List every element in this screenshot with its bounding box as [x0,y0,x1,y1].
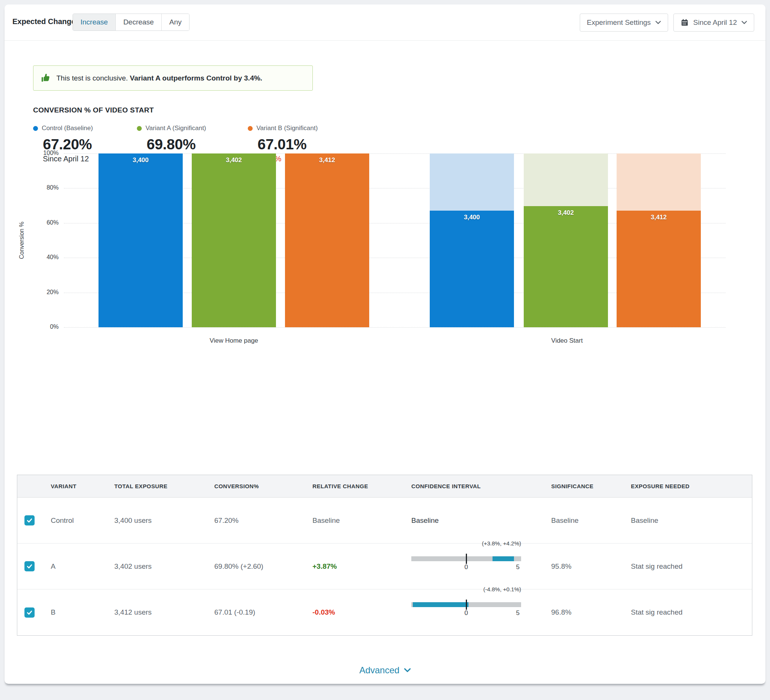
metric-title: CONVERSION % OF VIDEO START [33,106,154,114]
x-axis-label-view-home-page: View Home page [178,337,290,345]
experiment-settings-button[interactable]: Experiment Settings [580,13,668,32]
expected-change-toggle: Increase Decrease Any [73,13,189,31]
legend-label: Control (Baseline) [42,125,93,132]
chart-plot: 0%20%40%60%80%100%3,4003,4023,4123,4003,… [64,154,726,327]
y-axis-tick-label: 80% [36,184,59,191]
advanced-toggle[interactable]: Advanced [359,665,411,676]
confidence-interval-widget: (+3.8%, +4.2%) 0 5 [411,543,521,589]
banner-text: This test is conclusive. Variant A outpe… [57,74,262,83]
header-relative-change: RELATIVE CHANGE [312,483,411,489]
confidence-interval-cell: (+3.8%, +4.2%) 0 5 [411,543,551,589]
variant-a-row-checkbox[interactable] [24,561,35,571]
variant-b-row-checkbox[interactable] [24,608,35,617]
ci-max-label: 5 [514,609,521,617]
confidence-interval-value: Baseline [411,517,551,525]
conversion-value: 67.01 (-0.19) [214,608,312,616]
bar-variant-a[interactable]: 3,402 [524,206,608,327]
thumbs-up-icon [41,73,51,83]
bar-value-label: 3,412 [616,214,701,221]
chevron-down-icon [404,668,411,672]
y-axis-tick-label: 0% [36,324,59,330]
y-axis-tick-label: 20% [36,289,59,296]
ci-range-label: (+3.8%, +4.2%) [482,540,521,546]
variant-name: B [51,608,114,616]
table-row-variant-b: B 3,412 users 67.01 (-0.19) -0.03% (-4.8… [17,590,752,635]
segment-any[interactable]: Any [161,14,189,31]
ci-fill [413,602,468,607]
y-axis-tick-label: 100% [36,150,59,157]
conclusive-banner: This test is conclusive. Variant A outpe… [33,65,313,91]
header-confidence-interval: CONFIDENCE INTERVAL [411,483,551,489]
gridline [64,327,726,327]
variant-b-conversion-value: 67.01% [257,136,359,153]
bar-value-label: 3,400 [99,157,183,164]
experiment-settings-label: Experiment Settings [587,18,651,27]
exposure-needed-value: Stat sig reached [631,562,752,570]
bar-value-label: 3,412 [285,157,369,164]
date-range-button[interactable]: Since April 12 [673,13,754,32]
relative-change-value: Baseline [312,517,411,525]
significance-value: 96.8% [551,608,631,616]
header-variant: VARIANT [51,483,114,489]
table-row-variant-a: A 3,402 users 69.80% (+2.60) +3.87% (+3.… [17,543,752,590]
control-row-checkbox[interactable] [24,515,35,525]
expected-change-label: Expected Change [12,17,76,26]
topbar-actions: Experiment Settings Since April 12 [580,13,754,32]
header-significance: SIGNIFICANCE [551,483,631,489]
conversion-value: 69.80% (+2.60) [214,562,312,570]
results-table: VARIANT TOTAL EXPOSURE CONVERSION% RELAT… [17,475,752,636]
check-icon [26,609,33,616]
ci-zero-label: 0 [463,564,470,571]
calendar-icon [681,18,689,27]
segment-decrease[interactable]: Decrease [115,14,161,31]
total-exposure-value: 3,412 users [114,608,214,616]
chevron-down-icon [741,21,747,24]
control-dot-icon [33,126,38,131]
relative-change-value: +3.87% [312,562,411,570]
bar-variant-a[interactable]: 3,402 [192,154,276,327]
ci-range-label: (-4.8%, +0.1%) [484,586,521,592]
ci-fill [493,556,514,561]
bar-control[interactable]: 3,400 [430,211,514,327]
exposure-needed-value: Baseline [631,517,752,525]
check-icon [26,563,33,569]
ci-max-label: 5 [514,564,521,571]
header-exposure-needed: EXPOSURE NEEDED [631,483,752,489]
ci-zero-tick [466,600,467,610]
variant-a-conversion-value: 69.80% [147,136,248,153]
variant-b-dot-icon [248,126,253,131]
table-header-row: VARIANT TOTAL EXPOSURE CONVERSION% RELAT… [17,475,752,497]
ci-zero-tick [466,554,467,564]
y-axis-tick-label: 60% [36,219,59,226]
relative-change-value: -0.03% [312,608,411,616]
experiment-results-card: Expected Change Increase Decrease Any Ex… [5,5,765,684]
significance-value: 95.8% [551,562,631,570]
bar-control[interactable]: 3,400 [99,154,183,327]
bar-value-label: 3,400 [430,214,514,221]
variant-a-dot-icon [137,126,142,131]
legend-label: Variant A (Significant) [146,125,206,132]
y-axis-tick-label: 40% [36,254,59,261]
banner-text-bold: Variant A outperforms Control by 3.4%. [130,74,262,82]
check-icon [26,517,33,523]
header-total-exposure: TOTAL EXPOSURE [114,483,214,489]
date-range-label: Since April 12 [693,18,737,27]
confidence-interval-widget: (-4.8%, +0.1%) 0 5 [411,590,521,635]
chevron-down-icon [655,21,661,24]
banner-text-normal: This test is conclusive. [57,74,128,82]
x-axis-label-video-start: Video Start [511,337,623,345]
bar-value-label: 3,402 [192,157,276,164]
table-row-control: Control 3,400 users 67.20% Baseline Base… [17,497,752,543]
segment-increase[interactable]: Increase [73,14,115,31]
exposure-needed-value: Stat sig reached [631,608,752,616]
ci-zero-label: 0 [463,609,470,617]
conversion-value: 67.20% [214,517,312,525]
y-axis-title: Conversion % [18,222,25,259]
bar-value-label: 3,402 [524,209,608,217]
bar-variant-b[interactable]: 3,412 [285,154,369,327]
topbar: Expected Change Increase Decrease Any Ex… [5,5,765,41]
significance-value: Baseline [551,517,631,525]
legend-label: Variant B (Significant) [256,125,318,132]
bar-variant-b[interactable]: 3,412 [616,211,701,327]
advanced-label: Advanced [359,665,400,676]
